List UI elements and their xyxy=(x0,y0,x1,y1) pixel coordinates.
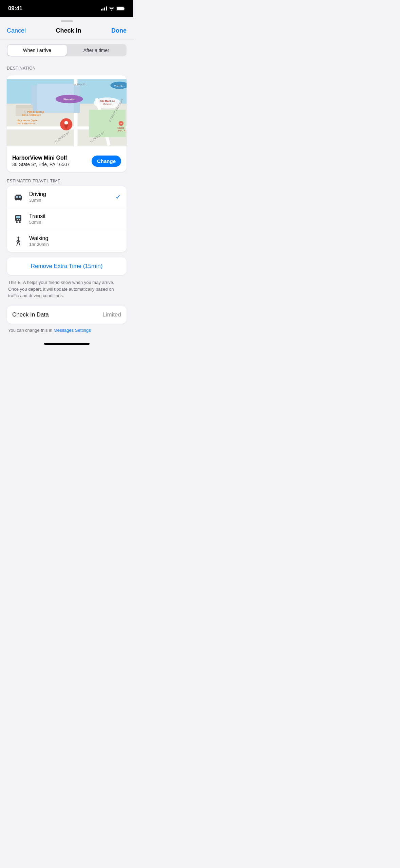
status-icons xyxy=(101,6,125,11)
transit-info: Transit 50min xyxy=(29,213,121,225)
nav-bar: Cancel Check In Done xyxy=(0,22,133,39)
checkin-data-value: Limited xyxy=(102,311,121,318)
travel-time-label: ESTIMATED TRAVEL TIME xyxy=(7,179,127,183)
svg-rect-2 xyxy=(125,8,125,10)
page-title: Check In xyxy=(56,27,81,34)
map-address: HarborView Mini Golf 36 State St, Erie, … xyxy=(12,155,88,167)
walking-mode-label: Walking xyxy=(29,235,121,241)
svg-line-58 xyxy=(17,244,17,246)
driving-selected-icon: ✓ xyxy=(115,193,121,201)
svg-text:Bar & Restaurant: Bar & Restaurant xyxy=(17,122,36,125)
driving-icon xyxy=(12,191,24,203)
status-time: 09:41 xyxy=(8,5,22,12)
remove-extra-section: Remove Extra Time (15min) xyxy=(7,257,127,275)
sheet-handle xyxy=(0,17,133,22)
checkin-data-card[interactable]: Check In Data Limited xyxy=(7,306,127,324)
battery-icon xyxy=(116,6,125,11)
svg-text:W BAY D...: W BAY D... xyxy=(74,83,88,86)
travel-row-driving[interactable]: Driving 30min ✓ xyxy=(7,186,127,208)
svg-text:Bar & Restaurant: Bar & Restaurant xyxy=(22,114,41,116)
map-view: Sheraton 🍴 Pier 6 Rooftop Bar & Restaura… xyxy=(7,75,127,150)
svg-text:Sheraton: Sheraton xyxy=(63,98,75,101)
svg-text:Magee-: Magee- xyxy=(117,127,125,129)
svg-point-52 xyxy=(18,237,19,238)
segment-after-timer[interactable]: After a timer xyxy=(67,45,126,56)
svg-text:+: + xyxy=(120,122,122,125)
svg-text:Bay House Oyster: Bay House Oyster xyxy=(17,119,38,122)
home-indicator xyxy=(0,340,133,347)
destination-label: DESTINATION xyxy=(7,66,127,71)
walking-time: 1hr 20min xyxy=(29,242,121,247)
driving-time: 30min xyxy=(29,198,115,203)
place-address: 36 State St, Erie, PA 16507 xyxy=(12,162,88,167)
map-info: HarborView Mini Golf 36 State St, Erie, … xyxy=(7,150,127,172)
destination-section: DESTINATION xyxy=(0,60,133,75)
walking-info: Walking 1hr 20min xyxy=(29,235,121,247)
driving-info: Driving 30min xyxy=(29,191,115,203)
settings-note: You can change this in Messages Settings xyxy=(0,324,133,341)
map-svg: Sheraton 🍴 Pier 6 Rooftop Bar & Restaura… xyxy=(7,75,127,150)
svg-rect-42 xyxy=(16,196,18,198)
svg-text:UPMC H: UPMC H xyxy=(117,129,125,132)
svg-rect-45 xyxy=(16,216,20,218)
segment-when-arrive[interactable]: When I arrive xyxy=(7,45,67,56)
svg-rect-43 xyxy=(19,196,21,198)
svg-text:Erie Maritime: Erie Maritime xyxy=(100,100,115,103)
svg-point-41 xyxy=(20,199,21,201)
travel-row-walking[interactable]: Walking 1hr 20min xyxy=(7,230,127,252)
handle-bar xyxy=(61,20,73,22)
svg-rect-50 xyxy=(17,219,18,220)
messages-settings-link[interactable]: Messages Settings xyxy=(54,328,91,333)
wifi-icon xyxy=(109,6,114,11)
travel-card: Driving 30min ✓ Transit xyxy=(7,186,127,252)
transit-icon xyxy=(12,213,24,225)
remove-extra-button[interactable]: Remove Extra Time (15min) xyxy=(31,263,103,270)
status-bar: 09:41 xyxy=(0,0,133,17)
svg-text:Museum: Museum xyxy=(103,103,112,106)
place-name: HarborView Mini Golf xyxy=(12,155,88,161)
svg-point-40 xyxy=(15,199,17,201)
done-button[interactable]: Done xyxy=(111,27,127,34)
change-button[interactable]: Change xyxy=(92,156,121,167)
svg-rect-51 xyxy=(19,219,20,220)
travel-row-transit[interactable]: Transit 50min xyxy=(7,208,127,230)
segment-control: When I arrive After a timer xyxy=(7,44,127,56)
eta-note: This ETA helps your friend know when you… xyxy=(0,275,133,305)
walking-icon xyxy=(12,235,24,247)
svg-text:VISITE...: VISITE... xyxy=(114,84,125,87)
travel-section: ESTIMATED TRAVEL TIME Driving 30min ✓ xyxy=(0,172,133,254)
transit-time: 50min xyxy=(29,220,121,225)
svg-text:🍴 Pier 6 Rooftop: 🍴 Pier 6 Rooftop xyxy=(23,110,44,113)
signal-icon xyxy=(101,6,107,11)
home-bar xyxy=(44,343,90,345)
svg-line-57 xyxy=(18,241,19,244)
checkin-data-label: Check In Data xyxy=(12,311,49,318)
cancel-button[interactable]: Cancel xyxy=(7,27,26,34)
svg-point-18 xyxy=(64,121,68,125)
transit-mode-label: Transit xyxy=(29,213,121,219)
svg-line-59 xyxy=(19,244,20,246)
settings-note-prefix: You can change this in xyxy=(8,328,54,333)
map-card: Sheraton 🍴 Pier 6 Rooftop Bar & Restaura… xyxy=(7,75,127,172)
svg-rect-1 xyxy=(117,7,124,10)
driving-mode-label: Driving xyxy=(29,191,115,197)
segment-container: When I arrive After a timer xyxy=(0,39,133,60)
